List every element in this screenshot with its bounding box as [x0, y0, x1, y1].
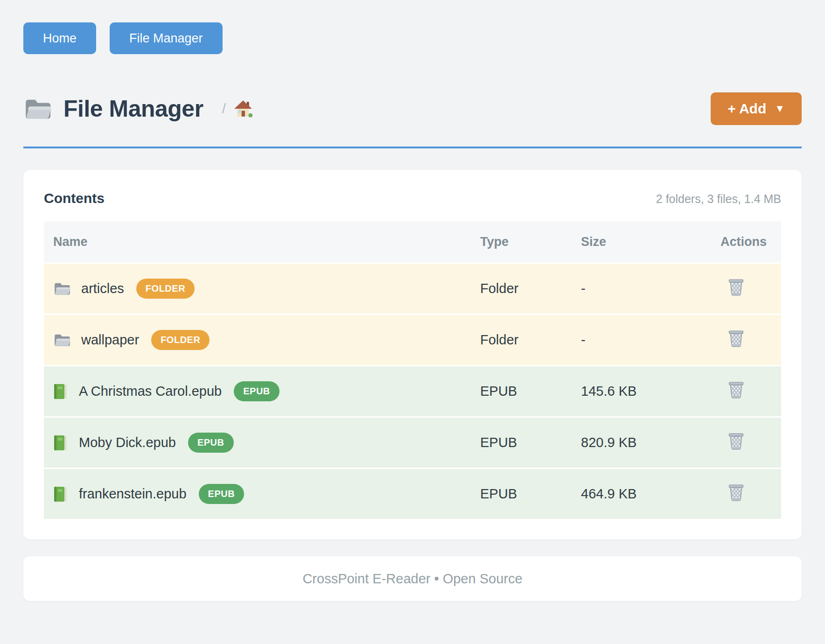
- file-name-link[interactable]: wallpaper: [81, 332, 139, 348]
- type-badge: EPUB: [188, 433, 234, 453]
- table-row[interactable]: frankenstein.epub EPUB EPUB 464.9 KB: [44, 468, 781, 519]
- type-value: Folder: [471, 281, 572, 296]
- contents-title: Contents: [44, 190, 105, 206]
- folder-icon: [53, 332, 71, 348]
- file-name-link[interactable]: Moby Dick.epub: [79, 435, 176, 450]
- nav-file-manager-button[interactable]: File Manager: [110, 22, 223, 54]
- table-row[interactable]: wallpaper FOLDER Folder -: [44, 314, 781, 365]
- delete-button[interactable]: [728, 432, 744, 450]
- delete-button[interactable]: [728, 381, 744, 399]
- trash-icon: [728, 432, 744, 450]
- trash-icon: [728, 278, 744, 296]
- size-value: -: [572, 332, 711, 348]
- type-value: EPUB: [471, 435, 572, 450]
- table-row[interactable]: A Christmas Carol.epub EPUB EPUB 145.6 K…: [44, 365, 781, 416]
- green-book-icon: [53, 486, 68, 503]
- column-header-size: Size: [572, 235, 711, 249]
- size-value: 820.9 KB: [572, 435, 711, 450]
- contents-card: Contents 2 folders, 3 files, 1.4 MB Name…: [23, 170, 802, 539]
- breadcrumb: /: [222, 99, 253, 118]
- caret-down-icon: ▼: [775, 104, 785, 114]
- type-value: EPUB: [471, 384, 572, 399]
- trash-icon: [728, 483, 744, 502]
- delete-button[interactable]: [728, 483, 744, 502]
- green-book-icon: [53, 383, 68, 400]
- file-manager-page: Home File Manager File Manager / + Add ▼…: [0, 0, 825, 629]
- column-header-actions: Actions: [711, 235, 781, 249]
- type-badge: FOLDER: [151, 330, 210, 350]
- file-table: Name Type Size Actions articles FOLDER F…: [44, 221, 781, 519]
- folder-icon: [23, 97, 52, 121]
- folder-icon: [53, 281, 71, 297]
- footer: CrossPoint E-Reader • Open Source: [23, 556, 802, 601]
- size-value: 464.9 KB: [572, 486, 711, 502]
- column-header-name: Name: [44, 235, 471, 249]
- type-badge: EPUB: [234, 381, 280, 401]
- file-name-link[interactable]: articles: [81, 281, 124, 296]
- header-divider: [23, 147, 802, 148]
- nav-home-button[interactable]: Home: [23, 22, 96, 54]
- add-button[interactable]: + Add ▼: [711, 92, 802, 125]
- type-value: Folder: [471, 332, 572, 348]
- page-title: File Manager: [63, 95, 203, 122]
- trash-icon: [728, 381, 744, 399]
- delete-button[interactable]: [728, 278, 744, 296]
- home-icon[interactable]: [233, 99, 253, 118]
- top-nav: Home File Manager: [23, 22, 802, 54]
- type-badge: FOLDER: [136, 279, 195, 299]
- footer-text: CrossPoint E-Reader • Open Source: [302, 571, 522, 587]
- file-name-link[interactable]: A Christmas Carol.epub: [79, 384, 222, 399]
- contents-summary: 2 folders, 3 files, 1.4 MB: [656, 192, 781, 206]
- delete-button[interactable]: [728, 329, 744, 348]
- table-header-row: Name Type Size Actions: [44, 221, 781, 262]
- size-value: -: [572, 281, 711, 296]
- type-badge: EPUB: [199, 484, 245, 504]
- column-header-type: Type: [471, 235, 572, 249]
- table-row[interactable]: articles FOLDER Folder -: [44, 262, 781, 314]
- type-value: EPUB: [471, 486, 572, 502]
- table-row[interactable]: Moby Dick.epub EPUB EPUB 820.9 KB: [44, 416, 781, 468]
- add-button-label: + Add: [727, 101, 766, 117]
- file-name-link[interactable]: frankenstein.epub: [79, 486, 187, 502]
- trash-icon: [728, 329, 744, 348]
- page-title-group: File Manager /: [23, 95, 253, 122]
- breadcrumb-separator: /: [222, 101, 226, 117]
- green-book-icon: [53, 434, 68, 451]
- page-header: File Manager / + Add ▼: [23, 92, 802, 125]
- size-value: 145.6 KB: [572, 384, 711, 399]
